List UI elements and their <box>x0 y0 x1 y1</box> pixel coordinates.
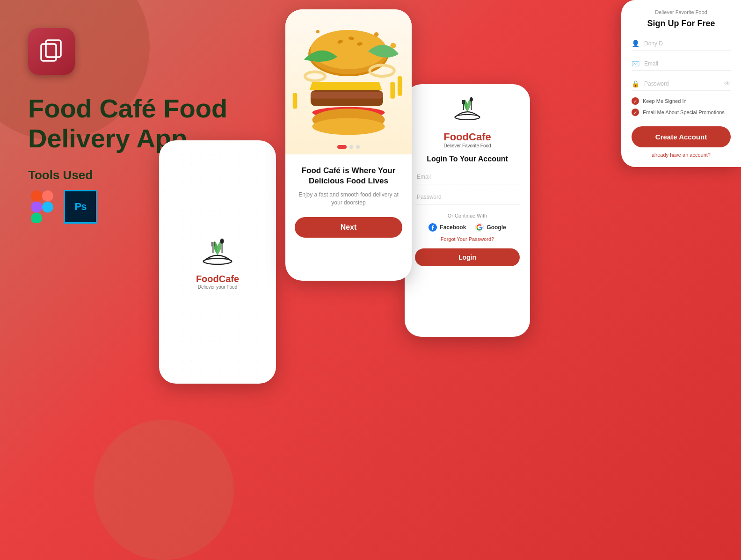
facebook-label: Facebook <box>440 224 466 231</box>
keep-signed-in-row: Keep Me Signed In <box>632 97 731 105</box>
svg-point-6 <box>42 202 53 213</box>
svg-rect-28 <box>293 93 298 109</box>
svg-point-30 <box>316 30 320 33</box>
login-button[interactable]: Login <box>415 248 520 266</box>
svg-rect-2 <box>31 190 42 202</box>
login-email-input[interactable] <box>415 170 520 184</box>
email-promotions-label: Email Me About Special Promotions <box>643 109 725 115</box>
login-brand: FoodCafe <box>443 131 491 143</box>
bg-circle-2 <box>94 420 234 560</box>
login-heading: Login To Your Account <box>427 155 508 163</box>
signup-name-row: 👤 <box>632 37 731 51</box>
signup-password-row: 🔒 👁 <box>632 77 731 91</box>
svg-point-37 <box>470 97 473 102</box>
splash-screen: FoodCafe Deliever your Food <box>159 140 276 384</box>
splash-bg-pattern <box>159 140 276 384</box>
facebook-btn[interactable]: Facebook <box>429 223 466 232</box>
signup-heading: Sign Up For Free <box>632 19 731 29</box>
user-icon: 👤 <box>632 40 639 47</box>
login-content: FoodCafe Deliever Favorite Food Login To… <box>405 84 530 276</box>
svg-point-25 <box>312 118 385 135</box>
signup-password-input[interactable] <box>644 80 724 87</box>
dot-indicator <box>337 145 360 149</box>
login-password-input[interactable] <box>415 190 520 204</box>
signup-email-row: ✉️ <box>632 57 731 71</box>
login-tagline: Deliever Favorite Food <box>443 143 491 148</box>
phones-area: FoodCafe Deliever your Food <box>159 9 530 281</box>
svg-rect-3 <box>42 190 53 202</box>
dot-3 <box>356 145 360 149</box>
svg-point-31 <box>390 43 396 49</box>
svg-rect-4 <box>31 202 42 213</box>
login-logo <box>451 94 484 128</box>
svg-point-20 <box>305 72 325 81</box>
svg-point-32 <box>455 115 479 120</box>
onboard-screen: Food Café is Where Your Delicious Food L… <box>285 9 412 281</box>
signup-screen: Deliever Favorite Food Sign Up For Free … <box>621 0 741 167</box>
forgot-password-link[interactable]: Forgot Your Password? <box>441 236 494 242</box>
lock-icon: 🔒 <box>632 80 639 87</box>
onboard-content: Food Café is Where Your Delicious Food L… <box>285 154 412 247</box>
svg-rect-27 <box>398 76 402 96</box>
already-account-link[interactable]: already have an account? <box>632 152 731 158</box>
app-icon <box>28 28 75 75</box>
signup-subtitle: Deliever Favorite Food <box>632 9 731 15</box>
figma-icon <box>28 190 56 223</box>
google-icon <box>475 223 484 232</box>
keep-signed-in-checkbox[interactable] <box>632 97 639 105</box>
next-button[interactable]: Next <box>295 217 402 238</box>
email-promotions-checkbox[interactable] <box>632 109 639 116</box>
google-btn[interactable]: Google <box>475 223 506 232</box>
svg-rect-1 <box>46 40 61 57</box>
google-label: Google <box>487 224 506 231</box>
signup-email-input[interactable] <box>644 60 731 67</box>
svg-rect-5 <box>31 212 42 223</box>
onboard-subtitle: Enjoy a fast and smooth food delivery at… <box>295 191 402 207</box>
login-screen: FoodCafe Deliever Favorite Food Login To… <box>405 84 530 337</box>
copy-icon <box>37 37 65 65</box>
dot-1 <box>337 145 347 149</box>
email-promotions-row: Email Me About Special Promotions <box>632 109 731 116</box>
facebook-icon <box>429 223 437 232</box>
social-row: Facebook Google <box>429 223 506 232</box>
burger-illustration <box>285 9 412 154</box>
eye-icon[interactable]: 👁 <box>724 80 731 87</box>
create-account-button[interactable]: Create Account <box>632 126 731 147</box>
svg-rect-0 <box>41 44 56 61</box>
dot-2 <box>349 145 353 149</box>
food-image-area <box>285 9 412 154</box>
svg-rect-26 <box>390 82 395 99</box>
foodcafe-logo-login <box>451 94 484 126</box>
onboard-title: Food Café is Where Your Delicious Food L… <box>295 166 402 186</box>
svg-point-29 <box>374 32 379 37</box>
email-icon: ✉️ <box>632 60 639 67</box>
photoshop-icon: Ps <box>64 190 97 224</box>
continue-with-label: Or Continue With <box>448 213 487 218</box>
signup-name-input[interactable] <box>644 40 731 47</box>
keep-signed-in-label: Keep Me Signed In <box>643 98 687 104</box>
svg-rect-22 <box>311 92 383 98</box>
